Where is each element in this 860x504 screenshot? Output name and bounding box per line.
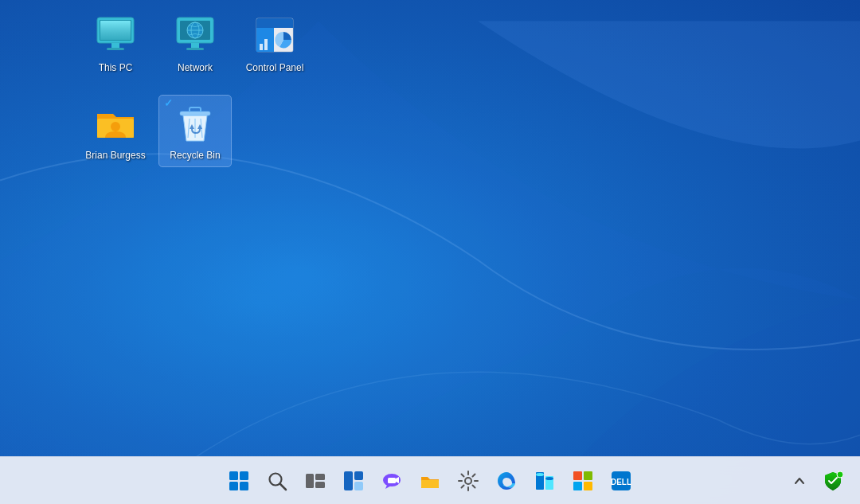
- desktop-icons-container: This PC: [80, 8, 311, 182]
- svg-rect-28: [240, 471, 248, 480]
- chevron-up-icon: [793, 475, 806, 487]
- recycle-bin-icon-image: [173, 100, 217, 145]
- svg-rect-36: [344, 471, 353, 490]
- svg-rect-19: [264, 39, 268, 50]
- this-pc-label: This PC: [99, 62, 133, 75]
- windows-defender-icon: [823, 471, 843, 491]
- svg-rect-50: [573, 482, 582, 490]
- svg-rect-42: [421, 480, 439, 488]
- this-pc-icon-image: [93, 13, 138, 57]
- chat-icon: [381, 470, 403, 492]
- this-pc-icon[interactable]: This PC: [80, 8, 151, 80]
- recycle-bin-icon[interactable]: ✓: [159, 96, 231, 167]
- svg-line-32: [280, 484, 286, 490]
- desktop: This PC: [0, 0, 860, 504]
- svg-rect-48: [573, 471, 582, 480]
- taskbar-center: DELL: [221, 463, 639, 498]
- show-hidden-icons-button[interactable]: [787, 468, 812, 494]
- brian-burgess-icon-image: [93, 100, 138, 145]
- brian-burgess-label: Brian Burgess: [85, 150, 145, 162]
- settings-button[interactable]: [451, 463, 486, 498]
- network-icon-image: [173, 13, 217, 57]
- ms-store-icon: [572, 470, 594, 492]
- recycle-bin-label: Recycle Bin: [170, 150, 220, 162]
- svg-rect-30: [240, 482, 248, 490]
- svg-rect-49: [584, 471, 592, 480]
- network-label: Network: [178, 62, 213, 75]
- taskbar: DELL: [0, 456, 860, 504]
- svg-rect-6: [107, 48, 124, 50]
- azure-data-button[interactable]: [527, 463, 562, 498]
- icon-row-1: This PC: [80, 8, 311, 80]
- system-tray: [787, 463, 850, 498]
- svg-rect-27: [229, 471, 238, 480]
- svg-rect-12: [191, 43, 199, 48]
- svg-rect-35: [315, 482, 325, 488]
- search-icon: [267, 471, 287, 491]
- svg-rect-29: [229, 482, 238, 490]
- svg-rect-38: [354, 482, 363, 490]
- task-view-icon: [305, 471, 326, 491]
- widgets-button[interactable]: [336, 463, 371, 498]
- svg-point-43: [465, 478, 471, 484]
- ms-store-button[interactable]: [565, 463, 600, 498]
- svg-rect-13: [186, 48, 204, 50]
- svg-rect-33: [306, 474, 314, 488]
- control-panel-label: Control Panel: [246, 62, 304, 75]
- start-button[interactable]: [221, 463, 256, 498]
- svg-point-22: [111, 122, 120, 131]
- edge-button[interactable]: [489, 463, 524, 498]
- dell-button[interactable]: DELL: [604, 463, 639, 498]
- svg-text:DELL: DELL: [611, 478, 631, 486]
- dell-icon: DELL: [610, 470, 632, 492]
- windows-start-icon: [229, 471, 249, 491]
- svg-rect-23: [180, 111, 210, 115]
- widgets-icon: [343, 471, 364, 491]
- svg-rect-34: [315, 474, 325, 480]
- svg-rect-37: [354, 471, 363, 480]
- svg-rect-40: [388, 478, 396, 483]
- svg-point-46: [536, 473, 544, 476]
- icon-row-2: Brian Burgess ✓: [80, 96, 311, 167]
- file-explorer-button[interactable]: [412, 463, 448, 498]
- settings-icon: [458, 471, 479, 491]
- file-explorer-icon: [419, 470, 441, 492]
- brian-burgess-icon[interactable]: Brian Burgess: [80, 96, 151, 167]
- svg-rect-5: [111, 43, 119, 48]
- svg-rect-51: [584, 482, 592, 490]
- selection-checkmark: ✓: [164, 97, 173, 109]
- edge-icon: [495, 470, 518, 492]
- svg-rect-4: [100, 21, 131, 40]
- svg-rect-18: [260, 44, 263, 50]
- azure-data-icon: [534, 470, 556, 492]
- chat-button[interactable]: [374, 463, 409, 498]
- task-view-button[interactable]: [298, 463, 333, 498]
- svg-point-47: [545, 477, 553, 480]
- svg-rect-16: [256, 25, 293, 28]
- network-icon[interactable]: Network: [159, 8, 231, 80]
- control-panel-icon[interactable]: Control Panel: [239, 8, 311, 80]
- svg-point-54: [837, 471, 843, 478]
- control-panel-icon-image: [252, 13, 297, 57]
- search-button[interactable]: [260, 463, 295, 498]
- windows-security-button[interactable]: [815, 463, 850, 498]
